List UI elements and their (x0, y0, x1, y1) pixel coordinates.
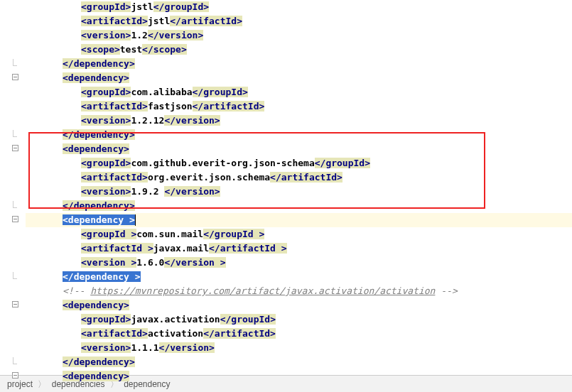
fold-collapse-icon[interactable] (12, 216, 18, 222)
code-line: <version>1.9.2 </version> (26, 185, 572, 199)
code-line: <artifactId>activation</artifactId> (26, 327, 572, 341)
code-line: <dependency> (26, 71, 572, 85)
fold-collapse-icon[interactable] (12, 301, 18, 307)
code-line: <groupId>com.github.everit-org.json-sche… (26, 156, 572, 170)
fold-end-icon (13, 357, 17, 364)
code-line: <groupId>jstl</groupId> (26, 0, 572, 14)
fold-collapse-icon[interactable] (12, 74, 18, 80)
fold-end-icon (13, 201, 17, 208)
code-line: <version>1.2</version> (26, 28, 572, 43)
code-line: <artifactId>fastjson</artifactId> (26, 99, 572, 114)
fold-collapse-icon[interactable] (12, 145, 18, 151)
code-line: </dependency> (26, 128, 572, 142)
code-line: <version>1.2.12</version> (26, 114, 572, 128)
fold-end-icon (13, 272, 17, 279)
code-line: <dependency> (26, 298, 572, 312)
code-line-current: <dependency > (26, 213, 572, 227)
code-line: <dependency> (26, 369, 572, 383)
code-line: <scope>test</scope> (26, 43, 572, 57)
code-line: <artifactId>org.everit.json.schema</arti… (26, 170, 572, 185)
text-cursor (135, 214, 136, 226)
fold-end-icon (13, 130, 17, 137)
code-line: <groupId >com.sun.mail</groupId > (26, 227, 572, 241)
mvn-link[interactable]: https://mvnrepository.com/artifact/javax… (90, 285, 435, 296)
code-line: </dependency > (26, 270, 572, 284)
gutter (0, 0, 21, 375)
code-line: <dependency> (26, 142, 572, 156)
code-line: <artifactId>jstl</artifactId> (26, 14, 572, 28)
code-line: <version>1.1.1</version> (26, 341, 572, 355)
fold-collapse-icon[interactable] (12, 372, 18, 379)
code-line-comment: <!-- https://mvnrepository.com/artifact/… (26, 284, 572, 298)
code-line: </dependency> (26, 199, 572, 213)
fold-end-icon (13, 59, 17, 66)
code-line: <groupId>javax.activation</groupId> (26, 312, 572, 327)
code-line: </dependency> (26, 57, 572, 71)
code-line: <artifactId >javax.mail</artifactId > (26, 241, 572, 256)
code-line: <version >1.6.0</version > (26, 256, 572, 270)
code-line: </dependency> (26, 355, 572, 369)
code-line: <groupId>com.alibaba</groupId> (26, 85, 572, 99)
code-area[interactable]: <groupId>jstl</groupId> <artifactId>jstl… (21, 0, 572, 375)
code-editor[interactable]: <groupId>jstl</groupId> <artifactId>jstl… (0, 0, 572, 375)
